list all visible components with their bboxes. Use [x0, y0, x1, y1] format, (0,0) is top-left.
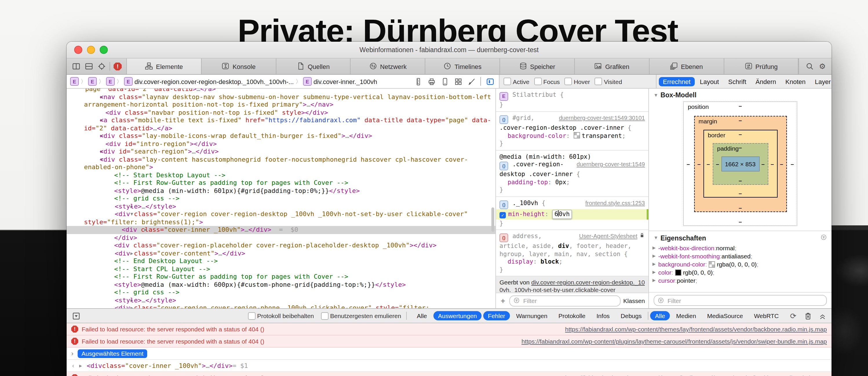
disclosure-triangle-icon[interactable]: ▶: [107, 304, 115, 308]
padding-bottom-value[interactable]: –: [739, 177, 742, 183]
computed-property-row[interactable]: ▶-webkit-font-smoothing: antialiased;: [649, 252, 832, 260]
device-icon[interactable]: [440, 77, 449, 86]
dom-tree-row[interactable]: <!-- grid css -->: [67, 288, 495, 296]
css-rule-line[interactable]: desktop .cover-inner {: [499, 170, 645, 179]
element-picker-icon[interactable]: [486, 77, 494, 86]
css-rule-line[interactable]: duernberg-cover-test:1549{} .cover-regio…: [499, 160, 645, 170]
console-filter-auswertungen[interactable]: Auswertungen: [433, 311, 482, 320]
css-rule-line[interactable]: }: [499, 186, 645, 194]
properties-header[interactable]: ▼ Eigenschaften: [649, 231, 832, 243]
dom-tree-row[interactable]: <!-- First Row-Gutter as padding top for…: [67, 179, 495, 187]
tab-schrift[interactable]: Schrift: [724, 77, 750, 86]
computed-property-row[interactable]: ▶color: rgb(0, 0, 0);: [649, 268, 832, 276]
dom-tree-row[interactable]: ▶<style>…</style>: [67, 202, 495, 210]
print-icon[interactable]: [427, 77, 436, 86]
console-error-row[interactable]: !Failed to load resource: the server res…: [67, 336, 832, 348]
pseudo-check-visited[interactable]: Visited: [594, 77, 622, 85]
console-filter-debugs[interactable]: Debugs: [616, 311, 646, 320]
box-model-padding[interactable]: padding – – – – 1662 × 853: [712, 143, 768, 185]
css-rule-line[interactable]: display: block;: [499, 258, 645, 266]
console-filter-alle[interactable]: Alle: [650, 311, 670, 320]
dom-tree-row[interactable]: <!-- grid css -->: [67, 195, 495, 202]
tab-knoten[interactable]: Knoten: [781, 77, 810, 86]
properties-filter-input[interactable]: [666, 296, 823, 305]
padding-left-value[interactable]: –: [716, 160, 719, 167]
tab-netzwerk[interactable]: Netzwerk: [351, 59, 426, 74]
stylesheet-source-link[interactable]: User-Agent-Stylesheet: [579, 232, 638, 240]
gear-icon[interactable]: ⚙: [819, 63, 826, 70]
tab-layout[interactable]: Layout: [695, 77, 723, 86]
dom-tree-row[interactable]: <div class="navbar position-not-top is-f…: [67, 108, 495, 117]
dom-tree-row[interactable]: <div class="cover-region-placeholder cov…: [67, 242, 495, 249]
classes-button[interactable]: Klassen: [623, 297, 645, 304]
tab-pruefung[interactable]: Prüfung: [724, 59, 799, 74]
trash-icon[interactable]: [803, 311, 812, 320]
property-enabled-checkbox[interactable]: ✓: [499, 212, 506, 219]
tab-errechnet[interactable]: Errechnet: [659, 77, 694, 86]
disclosure-triangle-icon[interactable]: ▶: [114, 226, 122, 234]
window-titlebar[interactable]: Webinformationen - fabiandraxl.com — due…: [67, 42, 832, 59]
dock-side-icon[interactable]: [71, 62, 81, 71]
selected-element-row[interactable]: ›Ausgewähltes Element: [67, 348, 832, 360]
border-bottom-value[interactable]: –: [739, 190, 742, 196]
console-filter-alle[interactable]: Alle: [412, 311, 432, 320]
border-left-value[interactable]: –: [707, 160, 710, 167]
position-top-value[interactable]: –: [739, 102, 742, 109]
tab-ändern[interactable]: Ändern: [751, 77, 780, 86]
resource-url-link[interactable]: https://fabiandraxl.com/wp-content/plugi…: [522, 338, 827, 345]
tab-speicher[interactable]: Speicher: [500, 59, 575, 74]
disclosure-triangle-icon[interactable]: ▶: [107, 202, 115, 210]
dom-tree-row[interactable]: </div>: [67, 234, 495, 242]
css-rule-line[interactable]: User-Agent-Stylesheet{} address,: [499, 232, 645, 243]
dom-tree-row[interactable]: ▼<div class="lay-content hascustomphoneg…: [67, 156, 495, 171]
add-rule-icon[interactable]: +: [499, 296, 506, 305]
disclosure-triangle-icon[interactable]: ▼: [654, 235, 658, 241]
tab-quellen[interactable]: Quellen: [276, 59, 351, 74]
console-error-row[interactable]: !Failed to load resource: the server res…: [67, 372, 832, 376]
margin-right-value[interactable]: –: [780, 160, 783, 167]
console-filter-medien[interactable]: Medien: [672, 311, 701, 320]
stylesheet-source-link[interactable]: duernberg-cover-test:1549:30101: [559, 114, 645, 122]
css-rule-line[interactable]: }: [499, 139, 645, 148]
css-rule-line[interactable]: duernberg-cover-test:1549:30101{} #grid,: [499, 114, 645, 124]
tab-timelines[interactable]: Timelines: [426, 59, 500, 74]
dom-tree-row[interactable]: <!-- Start CPL Layout -->: [67, 265, 495, 273]
console-result-row[interactable]: ‹▶<div class="cover-inner _100vh">…</div…: [67, 360, 832, 372]
dom-tree-row[interactable]: <!-- Start Desktop Layout -->: [67, 171, 495, 179]
paintbrush-icon[interactable]: [467, 77, 476, 86]
dom-tree-row[interactable]: <!-- End Desktop Layout -->: [67, 257, 495, 265]
dom-tree-row[interactable]: <!-- First Row-Gutter as padding top for…: [67, 273, 495, 281]
dom-tree-row[interactable]: ▶<div class="cover-content">…</div>: [67, 249, 495, 257]
styles-filter-input[interactable]: [522, 296, 616, 305]
dom-tree-row[interactable]: <style>@media (max-width: 600px){#custom…: [67, 281, 495, 288]
dock-bottom-icon[interactable]: [84, 62, 93, 71]
box-model-border[interactable]: border – – – – padding – – –: [703, 130, 777, 197]
breadcrumb-item[interactable]: Ediv.cover-inner._100vh: [303, 77, 377, 86]
border-top-value[interactable]: –: [739, 131, 742, 137]
pseudo-check-hover[interactable]: Hover: [564, 77, 590, 85]
dom-tree-row[interactable]: ▶<a class="mobile-title text is-fixed" h…: [67, 117, 495, 132]
console-filter-warnungen[interactable]: Warnungen: [512, 311, 552, 320]
css-rule-line[interactable]: padding-top: 0px;: [499, 179, 645, 186]
disclosure-triangle-icon[interactable]: ▶: [107, 249, 115, 257]
dom-tree-row[interactable]: page" data-id="2" data-catid>…</a>: [67, 89, 495, 93]
element-target-icon[interactable]: [97, 62, 106, 71]
breadcrumb-item[interactable]: Ediv.cover-region.cover-region-desktop._…: [124, 77, 294, 86]
error-count-badge[interactable]: !: [114, 62, 122, 70]
css-rule-line[interactable]: Geerbt von div.cover-region.cover-region…: [499, 279, 645, 293]
disclosure-triangle-icon[interactable]: ▼: [654, 92, 658, 98]
box-model-position[interactable]: position – – – – margin – – – – border: [683, 101, 797, 226]
dom-tree-row[interactable]: ▶<div id="search-region">…</div>: [67, 148, 495, 156]
console-filter-fehler[interactable]: Fehler: [483, 311, 510, 320]
disclosure-triangle-icon[interactable]: ▶: [92, 132, 100, 140]
css-rule-line[interactable]: }: [499, 101, 645, 109]
console-checkbox[interactable]: Benutzergesten emulieren: [321, 312, 401, 319]
breadcrumb-item[interactable]: E: [106, 77, 115, 86]
console-filter-webrtc[interactable]: WebRTC: [749, 311, 783, 320]
css-rule-line[interactable]: @media (min-width: 601px): [499, 153, 645, 160]
computed-property-row[interactable]: ▶cursor: pointer;: [649, 276, 832, 284]
disclosure-triangle-icon[interactable]: ▼: [92, 156, 100, 163]
border-right-value[interactable]: –: [771, 160, 774, 167]
padding-top-value[interactable]: –: [739, 144, 742, 150]
dom-tree-row[interactable]: ▶<div class="cover-region cover-region-p…: [67, 304, 495, 308]
